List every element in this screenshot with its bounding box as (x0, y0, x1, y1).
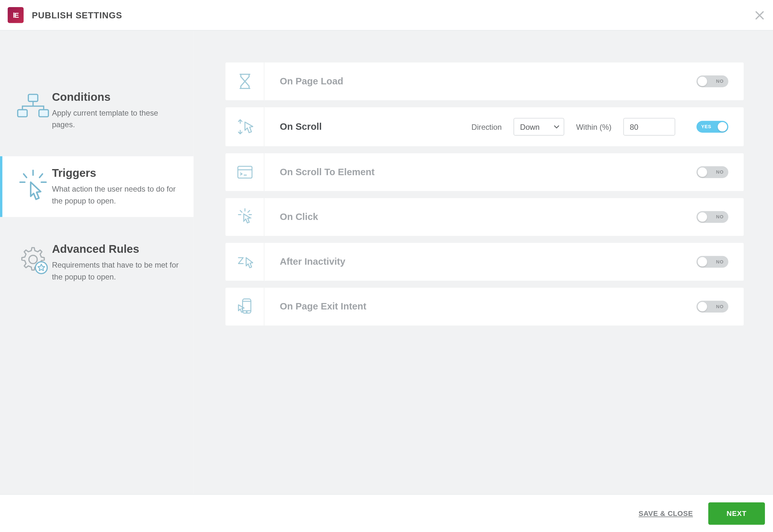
sitemap-icon (14, 91, 52, 130)
svg-rect-2 (39, 110, 48, 117)
sidebar-item-conditions[interactable]: Conditions Apply current template to the… (0, 80, 194, 141)
gear-star-icon (14, 243, 52, 282)
trigger-on-page-load[interactable]: On Page Load NO (225, 62, 744, 100)
elementor-logo: lE (8, 7, 24, 23)
sidebar-item-advanced-rules[interactable]: Advanced Rules Requirements that have to… (0, 232, 194, 293)
terminal-icon (225, 153, 264, 191)
toggle-on-page-load[interactable]: NO (697, 75, 729, 87)
sidebar-item-desc: What action the user needs to do for the… (52, 183, 182, 206)
svg-line-16 (240, 211, 242, 212)
trigger-label: On Scroll (280, 121, 472, 132)
trigger-label: On Scroll To Element (280, 167, 697, 177)
svg-rect-0 (28, 94, 38, 101)
inactivity-icon (225, 243, 264, 280)
toggle-state-label: NO (716, 79, 723, 84)
toggle-state-label: NO (716, 304, 723, 309)
trigger-label: On Page Exit Intent (280, 301, 697, 312)
direction-label: Direction (472, 122, 502, 131)
trigger-label: On Page Load (280, 76, 697, 87)
svg-rect-1 (18, 110, 27, 117)
header: lE PUBLISH SETTINGS (0, 0, 773, 31)
sidebar-item-label: Advanced Rules (52, 243, 182, 256)
sidebar-item-label: Conditions (52, 91, 182, 104)
trigger-on-click[interactable]: On Click NO (225, 198, 744, 236)
toggle-on-page-exit-intent[interactable]: NO (697, 301, 729, 313)
svg-line-4 (24, 174, 26, 177)
footer: SAVE & CLOSE NEXT (0, 494, 773, 532)
main-content: On Page Load NO On Scrol (194, 31, 773, 494)
sidebar-item-triggers[interactable]: Triggers What action the user needs to d… (0, 156, 194, 217)
direction-select[interactable]: Down (513, 118, 564, 136)
svg-point-8 (29, 255, 37, 264)
trigger-on-scroll-to-element[interactable]: On Scroll To Element NO (225, 153, 744, 191)
close-icon (755, 10, 764, 20)
within-input[interactable] (624, 118, 675, 136)
save-close-link[interactable]: SAVE & CLOSE (639, 509, 693, 518)
scroll-icon (225, 107, 264, 146)
sidebar-item-desc: Requirements that have to be met for the… (52, 260, 182, 282)
sidebar: Conditions Apply current template to the… (0, 31, 194, 494)
sidebar-item-label: Triggers (52, 167, 182, 180)
trigger-on-page-exit-intent[interactable]: On Page Exit Intent NO (225, 288, 744, 326)
next-button[interactable]: NEXT (708, 502, 765, 525)
svg-point-23 (246, 312, 247, 312)
trigger-after-inactivity[interactable]: After Inactivity NO (225, 243, 744, 280)
exit-intent-icon (225, 288, 264, 326)
toggle-state-label: NO (716, 214, 723, 220)
toggle-on-scroll-to-element[interactable]: NO (697, 166, 729, 178)
click-burst-icon (14, 167, 52, 206)
click-icon (225, 198, 264, 236)
toggle-on-scroll[interactable]: YES (697, 121, 729, 133)
close-button[interactable] (753, 9, 766, 22)
sidebar-item-desc: Apply current template to these pages. (52, 107, 182, 130)
toggle-state-label: NO (716, 259, 723, 264)
trigger-label: After Inactivity (280, 256, 697, 267)
toggle-state-label: YES (701, 124, 711, 129)
svg-rect-12 (238, 166, 252, 178)
toggle-on-click[interactable]: NO (697, 211, 729, 223)
trigger-label: On Click (280, 212, 697, 222)
toggle-after-inactivity[interactable]: NO (697, 256, 729, 268)
page-title: PUBLISH SETTINGS (32, 10, 122, 20)
trigger-on-scroll[interactable]: On Scroll Direction Down Within (%) (225, 107, 744, 146)
within-label: Within (%) (576, 122, 612, 131)
hourglass-icon (225, 62, 264, 100)
toggle-state-label: NO (716, 169, 723, 175)
svg-line-17 (248, 211, 249, 212)
svg-line-5 (40, 174, 43, 177)
